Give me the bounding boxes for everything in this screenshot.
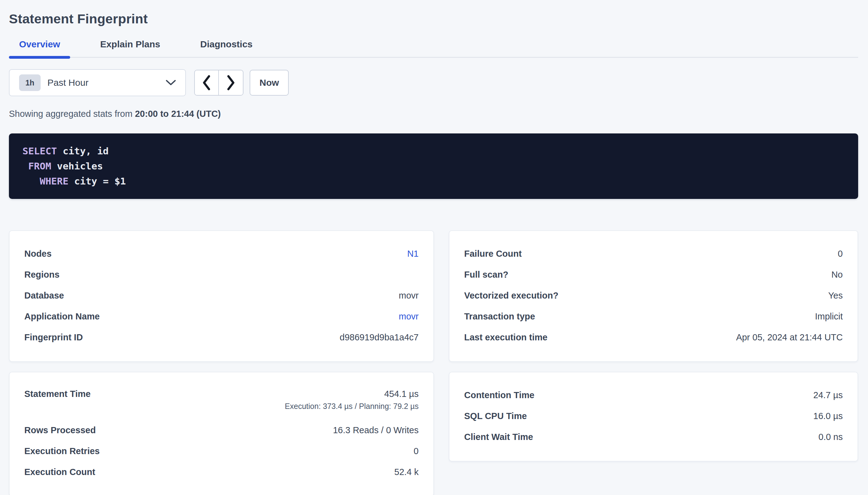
timing-cards-row: Statement Time 454.1 µs Execution: 373.4… (9, 372, 858, 495)
row-value: d986919d9ba1a4c7 (340, 332, 419, 342)
table-row: Failure Count 0 (464, 243, 843, 264)
sql-line: WHERE city = $1 (22, 174, 845, 189)
page-title: Statement Fingerprint (9, 11, 858, 27)
row-value-link[interactable]: movr (399, 311, 419, 321)
chevron-left-icon (202, 75, 211, 91)
row-value: No (831, 270, 843, 279)
row-value: Yes (828, 291, 843, 301)
tab[interactable]: Overview (9, 38, 70, 59)
table-row: Client Wait Time 0.0 ns (464, 426, 843, 447)
statement-details-card: Nodes N1 Regions Database movr Applicati… (9, 230, 434, 362)
row-value: 52.4 k (394, 467, 419, 477)
row-label: Contention Time (464, 390, 534, 400)
row-label: Rows Processed (24, 425, 96, 436)
execution-attributes-card: Failure Count 0 Full scan? No Vectorized… (449, 230, 858, 362)
time-picker-toolbar: 1h Past Hour Now (9, 69, 858, 96)
sql-line: SELECT city, id (22, 143, 845, 159)
row-label: Statement Time (24, 389, 91, 399)
chevron-down-icon (166, 80, 176, 86)
row-label: SQL CPU Time (464, 411, 527, 421)
row-value: 0 (838, 249, 843, 259)
row-value: 454.1 µs (384, 389, 419, 399)
row-value: movr (399, 291, 419, 301)
row-value: 0 (414, 446, 419, 456)
table-row: Database movr (24, 285, 419, 306)
tab-label: Diagnostics (200, 39, 253, 49)
tab[interactable]: Diagnostics (190, 38, 263, 59)
row-label: Failure Count (464, 249, 522, 259)
table-row: Execution Retries 0 (24, 441, 419, 461)
tab-bar: Overview Explain Plans Diagnostics (9, 38, 858, 59)
sql-text: city, id (57, 146, 109, 156)
tab-label: Explain Plans (100, 39, 160, 49)
tab-label: Overview (19, 39, 60, 49)
table-row: Contention Time 24.7 µs (464, 385, 843, 406)
chevron-right-icon (226, 75, 235, 91)
interval-label: Past Hour (47, 78, 166, 88)
row-label: Regions (24, 270, 60, 280)
row-label: Nodes (24, 249, 52, 259)
table-row: Last execution time Apr 05, 2024 at 21:4… (464, 327, 843, 348)
sql-keyword: WHERE (40, 175, 68, 187)
row-label: Execution Count (24, 467, 95, 477)
statement-timing-card: Statement Time 454.1 µs Execution: 373.4… (9, 372, 434, 495)
row-value: 0.0 ns (818, 432, 843, 442)
row-label: Vectorized execution? (464, 291, 558, 301)
sql-keyword: FROM (28, 160, 51, 172)
table-row: Statement Time 454.1 µs Execution: 373.4… (24, 385, 419, 420)
table-row: Transaction type Implicit (464, 306, 843, 327)
time-pager (194, 70, 244, 96)
time-interval-dropdown[interactable]: 1h Past Hour (9, 69, 186, 96)
row-label: Application Name (24, 311, 100, 322)
table-row: Rows Processed 16.3 Reads / 0 Writes (24, 420, 419, 441)
now-button[interactable]: Now (250, 70, 289, 96)
row-value-link[interactable]: N1 (407, 249, 419, 259)
tab[interactable]: Explain Plans (90, 38, 170, 59)
sql-text (22, 175, 40, 187)
prev-interval-button[interactable] (195, 70, 219, 95)
sql-statement-box: SELECT city, id FROM vehicles WHERE city… (9, 133, 858, 199)
table-row: Regions (24, 264, 419, 285)
sql-text: city = $1 (68, 175, 126, 187)
sql-text (22, 160, 28, 172)
interval-badge: 1h (19, 74, 40, 91)
row-label: Client Wait Time (464, 432, 533, 442)
statement-fingerprint-page: Statement Fingerprint Overview Explain P… (0, 0, 868, 495)
row-label: Database (24, 291, 64, 301)
table-row: Full scan? No (464, 264, 843, 285)
row-label: Transaction type (464, 311, 535, 322)
sql-text: vehicles (51, 160, 103, 172)
row-value: Apr 05, 2024 at 21:44 UTC (736, 332, 843, 342)
row-value: 16.0 µs (813, 411, 843, 421)
wait-time-card: Contention Time 24.7 µs SQL CPU Time 16.… (449, 372, 858, 461)
row-value: 16.3 Reads / 0 Writes (333, 425, 419, 435)
table-row: Application Name movr (24, 306, 419, 327)
sql-line: FROM vehicles (22, 159, 845, 174)
aggregated-stats-summary: Showing aggregated stats from 20:00 to 2… (9, 108, 858, 119)
table-row: Fingerprint ID d986919d9ba1a4c7 (24, 327, 419, 348)
details-cards-row: Nodes N1 Regions Database movr Applicati… (9, 230, 858, 362)
table-row: Execution Count 52.4 k (24, 461, 419, 482)
row-label: Fingerprint ID (24, 332, 83, 342)
row-value: Implicit (815, 311, 843, 321)
row-subvalue: Execution: 373.4 µs / Planning: 79.2 µs (285, 402, 419, 411)
next-interval-button[interactable] (219, 70, 243, 95)
table-row: Nodes N1 (24, 243, 419, 264)
row-label: Last execution time (464, 332, 547, 342)
row-label: Full scan? (464, 270, 508, 280)
stats-range: 20:00 to 21:44 (UTC) (135, 109, 221, 119)
table-row: Vectorized execution? Yes (464, 285, 843, 306)
row-label: Execution Retries (24, 446, 100, 456)
table-row: SQL CPU Time 16.0 µs (464, 406, 843, 426)
stats-prefix: Showing aggregated stats from (9, 109, 135, 119)
sql-keyword: SELECT (22, 146, 57, 156)
row-value: 24.7 µs (813, 390, 843, 400)
